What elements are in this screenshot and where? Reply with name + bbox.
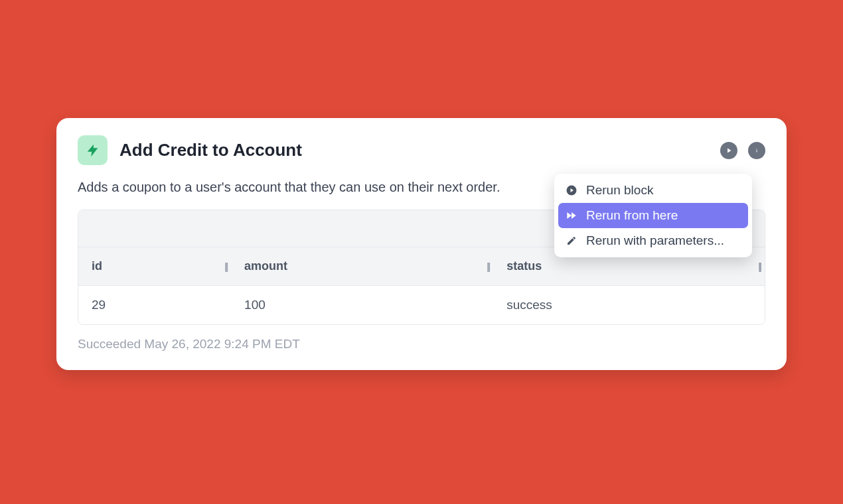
menu-item-rerun-with-parameters[interactable]: Rerun with parameters... xyxy=(558,228,748,253)
pencil-icon xyxy=(565,234,578,247)
menu-item-label: Rerun block xyxy=(586,183,653,198)
menu-item-label: Rerun from here xyxy=(586,208,678,223)
column-label: status xyxy=(506,259,542,273)
rerun-menu: Rerun block Rerun from here Rerun with p… xyxy=(554,174,752,257)
block-title: Add Credit to Account xyxy=(119,140,708,160)
fast-forward-icon xyxy=(565,209,578,222)
menu-item-rerun-block[interactable]: Rerun block xyxy=(558,178,748,203)
cell-amount: 100 xyxy=(231,286,493,325)
column-resize-handle[interactable]: || xyxy=(224,261,227,272)
play-icon xyxy=(565,184,578,197)
status-line: Succeeded May 26, 2022 9:24 PM EDT xyxy=(78,337,765,351)
cell-status: success xyxy=(493,286,765,325)
column-header-id[interactable]: id || xyxy=(78,247,231,286)
menu-item-label: Rerun with parameters... xyxy=(586,233,724,248)
info-button[interactable] xyxy=(748,142,765,159)
card-header: Add Credit to Account xyxy=(78,135,765,165)
table-row[interactable]: 29 100 success xyxy=(78,286,765,325)
column-label: amount xyxy=(244,259,287,273)
block-card: Add Credit to Account Adds a coupon to a… xyxy=(56,118,787,370)
menu-item-rerun-from-here[interactable]: Rerun from here xyxy=(558,203,748,228)
column-label: id xyxy=(92,259,102,273)
results-table: id || amount || status || 29 100 xyxy=(78,247,765,324)
cell-id: 29 xyxy=(78,286,231,325)
lightning-icon xyxy=(78,135,108,165)
header-actions xyxy=(720,142,765,159)
column-resize-handle[interactable]: || xyxy=(487,261,489,272)
column-resize-handle[interactable]: || xyxy=(758,261,761,272)
column-header-amount[interactable]: amount || xyxy=(231,247,493,286)
run-button[interactable] xyxy=(720,142,737,159)
